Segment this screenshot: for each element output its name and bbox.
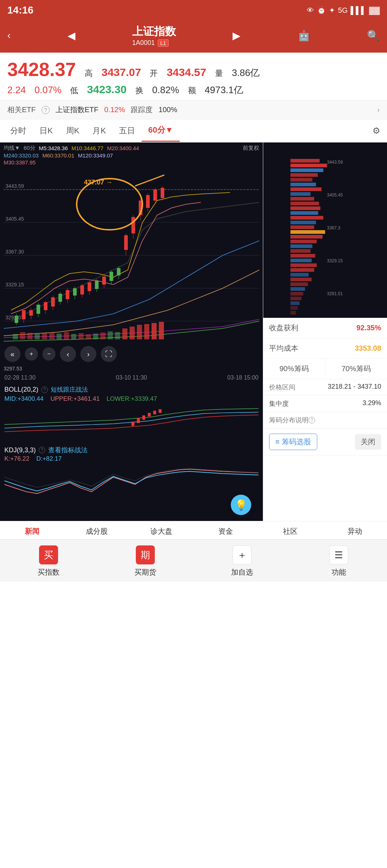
svg-rect-62 — [57, 334, 62, 339]
tab-yuek[interactable]: 月K — [86, 120, 112, 141]
lightbulb-button[interactable]: 💡 — [231, 495, 251, 515]
svg-rect-77 — [4, 403, 258, 439]
boll-header: BOLL(20,2) ? 短线跟庄战法 — [4, 385, 258, 394]
zoom-in-plus-button[interactable]: + — [25, 347, 38, 361]
svg-rect-117 — [291, 287, 305, 291]
chip-desc-row[interactable]: 筹码分布说明 ? — [263, 412, 387, 429]
kdj-hint[interactable]: 查看指标战法 — [48, 446, 88, 454]
close-button[interactable]: 关闭 — [355, 434, 381, 450]
tab-rik[interactable]: 日K — [33, 120, 60, 141]
function-label: 功能 — [332, 567, 346, 577]
ma-m60: M60:3370.01 — [42, 152, 74, 159]
cost-value: 3353.08 — [355, 344, 381, 353]
battery-icon: ▓▓ — [369, 6, 380, 15]
pan-left-button[interactable]: ‹ — [60, 346, 76, 362]
kdj-d: D:+82.17 — [36, 455, 61, 462]
nav-diagnose[interactable]: 诊大盘 — [129, 526, 194, 536]
back-button[interactable]: ‹ — [7, 30, 11, 41]
kdj-help-icon[interactable]: ? — [39, 447, 45, 453]
fullscreen-button[interactable]: ⛶ — [101, 346, 117, 362]
svg-rect-81 — [148, 413, 151, 416]
svg-rect-121 — [291, 306, 298, 310]
svg-rect-73 — [137, 325, 142, 339]
etf-help-icon[interactable]: ? — [42, 106, 50, 114]
chip-90-button[interactable]: 90%筹码 — [263, 359, 325, 379]
ma-m5: M5:3428.36 — [39, 145, 68, 151]
pan-right-button[interactable]: › — [80, 346, 96, 362]
svg-rect-98 — [291, 197, 314, 201]
l1-badge: L1 — [158, 39, 169, 47]
svg-rect-28 — [66, 290, 69, 299]
svg-rect-40 — [110, 272, 113, 281]
nav-component[interactable]: 成分股 — [65, 526, 129, 536]
exch-value: 0.82% — [152, 84, 179, 96]
chart-controls: « + − ‹ › ⛶ — [0, 343, 263, 365]
svg-rect-105 — [291, 230, 325, 234]
volume-profile-svg: 3443.59 3405.45 3367.3 3329.15 3291.01 — [263, 142, 387, 318]
ma-info-label: 均线▼ — [4, 145, 20, 152]
svg-rect-90 — [291, 159, 320, 163]
add-watchlist-button[interactable]: ＋ 加自选 — [194, 540, 290, 582]
etf-arrow-icon[interactable]: › — [377, 106, 380, 114]
chart-svg: 3443.59 3405.45 3367.30 3329.15 3291.01 — [0, 168, 263, 343]
price-row2: 2.24 0.07% 低 3423.30 换 0.82% 额 4973.1亿 — [7, 83, 380, 96]
svg-text:3329.15: 3329.15 — [5, 282, 24, 288]
bot-icon[interactable]: 🤖 — [298, 30, 310, 42]
svg-rect-113 — [291, 268, 314, 272]
svg-rect-102 — [291, 216, 323, 220]
svg-rect-101 — [291, 211, 318, 215]
svg-rect-66 — [86, 334, 91, 339]
nav-news[interactable]: 新闻 — [0, 526, 65, 536]
buy-index-button[interactable]: 买 买指数 — [0, 540, 97, 582]
tab-fenshi[interactable]: 分时 — [4, 120, 33, 141]
svg-rect-34 — [88, 282, 91, 291]
tab-60min[interactable]: 60分▼ — [142, 119, 180, 142]
zoom-in-minus-button[interactable]: − — [42, 347, 55, 361]
kdj-chart-svg — [4, 462, 258, 506]
chip-select-button[interactable]: ≡ 筹码选股 — [269, 434, 317, 450]
svg-rect-61 — [49, 332, 54, 339]
price-range-row: 价格区间 3218.21 - 3437.10 — [263, 379, 387, 396]
tab-zhouk[interactable]: 周K — [60, 120, 86, 141]
svg-rect-14 — [15, 316, 18, 323]
boll-hint[interactable]: 短线跟庄战法 — [51, 385, 88, 394]
lightbulb-container: 💡 — [4, 508, 258, 519]
tab-wuri[interactable]: 五日 — [112, 120, 142, 141]
chip-70-button[interactable]: 70%筹码 — [325, 359, 387, 379]
svg-rect-110 — [291, 254, 315, 258]
search-icon[interactable]: 🔍 — [367, 30, 380, 42]
nav-community[interactable]: 社区 — [258, 526, 323, 536]
price-range-value: 3218.21 - 3437.10 — [328, 383, 381, 392]
next-button[interactable]: ▶ — [233, 30, 241, 42]
svg-rect-26 — [58, 294, 62, 302]
svg-rect-92 — [291, 168, 323, 172]
svg-rect-99 — [291, 202, 319, 205]
buy-period-button[interactable]: 期 买期货 — [97, 540, 194, 582]
vol-value: 3.86亿 — [232, 66, 260, 79]
svg-rect-65 — [78, 333, 84, 339]
svg-text:3329.15: 3329.15 — [327, 258, 343, 263]
chip-select-label: 筹码选股 — [282, 437, 311, 447]
kdj-header: KDJ(9,3,3) ? 查看指标战法 — [4, 446, 258, 454]
svg-rect-84 — [4, 462, 258, 506]
etf-bar[interactable]: 相关ETF ? 上证指数ETF 0.12% 跟踪度 100% › — [0, 100, 387, 119]
status-time: 14:16 — [7, 4, 34, 16]
chip-desc-help-icon[interactable]: ? — [309, 417, 315, 423]
nav-capital[interactable]: 资金 — [194, 526, 258, 536]
nav-unusual[interactable]: 异动 — [322, 526, 387, 536]
status-bar: 14:16 👁 ⏰ ✦ 5G ▌▌▌ ▓▓ — [0, 0, 387, 20]
chip-buttons-row: 90%筹码 70%筹码 — [263, 359, 387, 379]
function-button[interactable]: ☰ 功能 — [290, 540, 387, 582]
svg-rect-76 — [159, 322, 164, 339]
right-stats-column: 3443.59 3405.45 3367.3 3329.15 3291.01 — [263, 142, 387, 521]
date-axis-d2: 03-10 11:30 — [116, 374, 147, 381]
boll-help-icon[interactable]: ? — [41, 387, 48, 393]
buy-index-label: 买指数 — [38, 567, 60, 577]
zoom-out-button[interactable]: « — [4, 346, 20, 362]
svg-text:3291.01: 3291.01 — [327, 291, 343, 296]
profit-label: 收盘获利 — [269, 323, 298, 333]
tab-settings-icon[interactable]: ⚙ — [369, 121, 383, 141]
prev-button[interactable]: ◀ — [68, 30, 76, 42]
svg-rect-82 — [153, 411, 156, 414]
fuquan-label[interactable]: 前复权 — [243, 145, 259, 152]
